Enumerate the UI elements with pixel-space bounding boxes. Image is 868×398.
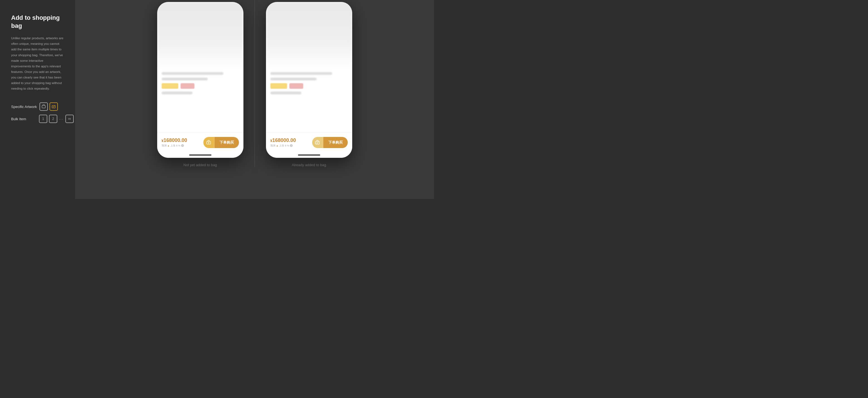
blur-badges-row [162, 83, 239, 89]
phone-1-price: ¥ 168000.00 预测 ▲ 上涨 8 % i [162, 137, 187, 148]
specific-artwork-label: Specific Artwork [11, 105, 37, 109]
home-bar-1 [189, 154, 211, 156]
phones-row: ¥ 168000.00 预测 ▲ 上涨 8 % i [157, 0, 352, 167]
right-panel: ¥ 168000.00 预测 ▲ 上涨 8 % i [75, 0, 434, 199]
bulk-item-icons: 1 ＋ 2 ＋ ··· 99 ＋ [39, 115, 74, 123]
bulk-item-row: Bulk Item 1 ＋ 2 ＋ ··· 99 ＋ [11, 115, 64, 123]
price-forecast-1: 预测 [162, 144, 167, 148]
blur-badge-red [181, 83, 194, 89]
phone-1-blur-image [157, 2, 243, 69]
specific-artwork-row: Specific Artwork ＋ [11, 102, 64, 111]
info-icon-1: i [181, 144, 184, 147]
price-forecast-2: 预测 [271, 144, 275, 148]
plus-badge-99: ＋ [72, 120, 74, 124]
price-main-1: 168000.00 [163, 137, 187, 143]
vertical-divider [254, 0, 255, 167]
blur-badge-red-2 [289, 83, 303, 89]
price-yen-1: ¥ [162, 139, 163, 143]
phone-2-price: ¥ 168000.00 预测 ▲ 上涨 8 % i [271, 137, 296, 148]
svg-rect-0 [42, 105, 45, 108]
phone-1-frame: ¥ 168000.00 预测 ▲ 上涨 8 % i [157, 2, 243, 158]
blur-badge-gold [162, 83, 178, 89]
cart-checked-icon-2[interactable] [312, 137, 323, 148]
buy-button-2[interactable]: 下单购买 [323, 137, 348, 148]
bulk-dots: ··· [59, 117, 64, 121]
phone-1-home-indicator [157, 152, 243, 158]
blur-line-extra-2 [271, 92, 301, 94]
bulk-icon-1: 1 ＋ [39, 115, 47, 123]
blur-line-sub-2 [271, 78, 317, 81]
price-percent-2: 上涨 8 % [279, 144, 289, 148]
blur-line-title-2 [271, 72, 332, 75]
plus-badge-1: ＋ [45, 120, 48, 124]
blur-line-title [162, 72, 223, 75]
buy-button-1[interactable]: 下单购买 [215, 137, 239, 148]
specific-artwork-icons: ＋ [39, 102, 58, 111]
phone-2-wrapper: ¥ 168000.00 预测 ▲ 上涨 8 % i [266, 2, 352, 167]
phone-2-blur-image [266, 2, 352, 69]
cart-add-icon-1[interactable] [204, 137, 215, 148]
phone-2-content [266, 69, 352, 132]
cart-unchecked-icon: ＋ [39, 102, 48, 111]
phone-1-bottom-bar: ¥ 168000.00 预测 ▲ 上涨 8 % i [157, 132, 243, 152]
info-icon-2: i [290, 144, 293, 147]
bulk-icon-99: 99 ＋ [65, 115, 74, 123]
blur-badge-gold-2 [271, 83, 287, 89]
price-main-2: 168000.00 [272, 137, 296, 143]
phone-2-home-indicator [266, 152, 352, 158]
price-yen-2: ¥ [271, 139, 272, 143]
phone-1-wrapper: ¥ 168000.00 预测 ▲ 上涨 8 % i [157, 2, 243, 167]
blur-line-extra [162, 92, 192, 94]
blur-line-sub [162, 78, 208, 81]
plus-badge-2: ＋ [56, 120, 58, 124]
phone-2-label: Already added to bag [292, 163, 326, 167]
section-title: Add to shopping bag [11, 14, 64, 30]
phone-1-content [157, 69, 243, 132]
left-panel: Add to shopping bag Unlike regular produ… [0, 0, 75, 199]
phone-2-bottom-bar: ¥ 168000.00 预测 ▲ 上涨 8 % i [266, 132, 352, 152]
price-arrow-2: ▲ [276, 145, 278, 147]
price-sub-1: 预测 ▲ 上涨 8 % i [162, 144, 187, 148]
phone-2-buy-group[interactable]: 下单购买 [312, 137, 348, 148]
phone-1-label: Not yet added to bag [183, 163, 217, 167]
blur-badges-row-2 [271, 83, 348, 89]
cart-checked-icon [50, 102, 58, 111]
plus-badge: ＋ [46, 108, 49, 112]
price-arrow-1: ▲ [167, 145, 170, 147]
bulk-item-label: Bulk Item [11, 117, 36, 121]
home-bar-2 [298, 154, 320, 156]
phone-1-buy-group[interactable]: 下单购买 [204, 137, 239, 148]
price-sub-2: 预测 ▲ 上涨 8 % i [271, 144, 296, 148]
phone-2-frame: ¥ 168000.00 预测 ▲ 上涨 8 % i [266, 2, 352, 158]
section-description: Unlike regular products, artworks are of… [11, 35, 64, 91]
price-percent-1: 上涨 8 % [170, 144, 180, 148]
bulk-icon-2: 2 ＋ [49, 115, 57, 123]
